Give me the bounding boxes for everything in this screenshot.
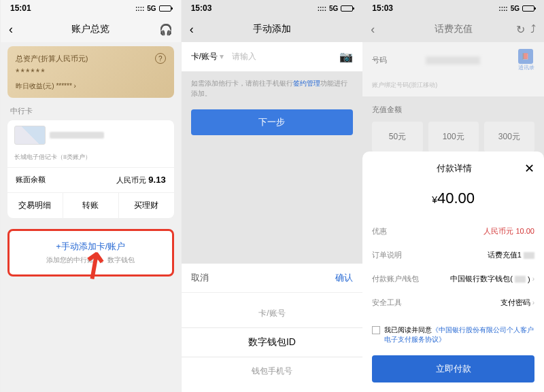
- contacts-icon[interactable]: 📕: [518, 49, 533, 64]
- transfer-button[interactable]: 转账: [63, 193, 118, 218]
- camera-icon[interactable]: 📷: [339, 50, 353, 63]
- network-label: 5G: [511, 5, 520, 12]
- input-label: 卡/账号 ▾: [191, 51, 232, 63]
- add-card-subtitle: 添加您的中行账户、数字钱包: [19, 255, 163, 265]
- back-button[interactable]: ‹: [9, 22, 36, 37]
- phone-label: 号码: [372, 55, 387, 65]
- card-actions: 交易明细 转账 买理财: [7, 192, 174, 218]
- bound-number-label: 账户绑定号码(浙江移动): [362, 78, 544, 96]
- signal-icon: ::::: [318, 5, 326, 12]
- tip-text: 如需添加他行卡，请前往手机银行签约管理功能进行添加。: [182, 71, 363, 105]
- network-label: 5G: [329, 5, 338, 12]
- amount-title: 充值金额: [372, 105, 534, 115]
- add-card-button[interactable]: +手动添加卡/账户 添加您的中行账户、数字钱包: [7, 229, 174, 277]
- status-right: :::: 5G: [318, 5, 354, 12]
- picker-option[interactable]: 钱包手机号: [182, 357, 363, 385]
- battery-icon: [522, 5, 534, 12]
- card-number-masked: [50, 132, 104, 139]
- support-button[interactable]: 🎧: [146, 23, 173, 36]
- payment-sheet: 付款详情 ✕ ¥40.00 优惠 人民币元 10.00 订单说明 话费充值1 付…: [362, 152, 544, 392]
- share-icon[interactable]: ⤴: [530, 23, 536, 35]
- chevron-right-icon: ›: [74, 82, 76, 90]
- battery-icon: [341, 5, 353, 12]
- headset-icon: 🎧: [159, 23, 173, 36]
- pay-now-button[interactable]: 立即付款: [372, 355, 534, 382]
- picker-cancel-button[interactable]: 取消: [191, 272, 209, 284]
- balance-label: 账面余额: [16, 175, 46, 185]
- discount-row[interactable]: 优惠 人民币元 10.00: [372, 219, 534, 243]
- phone-number-masked: [426, 56, 480, 65]
- chevron-left-icon: ‹: [9, 22, 13, 37]
- yesterday-earnings[interactable]: 昨日收益(元) ****** ›: [16, 82, 166, 91]
- agreement-row: 我已阅读并同意《中国银行股份有限公司个人客户电子支付服务协议》: [372, 315, 534, 351]
- status-right: :::: 5G: [135, 5, 171, 12]
- security-tool-row[interactable]: 安全工具 支付密码 ›: [372, 291, 534, 315]
- balance-value: 9.13: [148, 175, 165, 185]
- manual-add-screen: 15:03 :::: 5G ‹ 手动添加 卡/账号 ▾ 请输入 📷 如需添加他行…: [182, 0, 363, 392]
- picker-option[interactable]: 卡/账号: [182, 300, 363, 327]
- card-number-input[interactable]: 请输入: [232, 51, 340, 63]
- signal-icon: ::::: [498, 5, 507, 12]
- status-bar: 15:03 :::: 5G: [182, 0, 363, 16]
- nav-bar: ‹ 话费充值 ↻ ⤴: [362, 16, 544, 42]
- help-icon[interactable]: ?: [155, 53, 166, 64]
- recharge-screen: 15:03 :::: 5G ‹ 话费充值 ↻ ⤴ 号码 📕 通讯录 账户绑定号码…: [362, 0, 544, 392]
- payment-account-row[interactable]: 付款账户/钱包 中国银行数字钱包() ›: [372, 267, 534, 291]
- invest-button[interactable]: 买理财: [118, 193, 174, 218]
- amount-grid: 50元 100元 300元: [372, 122, 534, 152]
- back-button[interactable]: ‹: [371, 22, 398, 37]
- picker-option-selected[interactable]: 数字钱包ID: [182, 327, 363, 357]
- bank-card[interactable]: 长城电子借记卡（II类账户） 账面余额 人民币元 9.13 交易明细 转账 买理…: [7, 120, 174, 218]
- network-label: 5G: [147, 5, 156, 12]
- next-button[interactable]: 下一步: [191, 109, 354, 135]
- status-time: 15:03: [191, 3, 212, 13]
- payment-title: 付款详情: [384, 162, 524, 175]
- agreement-checkbox[interactable]: [372, 326, 380, 334]
- add-card-link: +手动添加卡/账户: [19, 240, 163, 253]
- balance-row: 账面余额 人民币元 9.13: [7, 167, 174, 192]
- page-title: 账户总览: [36, 23, 146, 35]
- amount-option-100[interactable]: 100元: [428, 122, 479, 152]
- nav-bar: ‹ 账户总览 🎧: [1, 16, 181, 42]
- status-bar: 15:03 :::: 5G: [362, 0, 544, 16]
- back-button[interactable]: ‹: [190, 22, 217, 37]
- account-overview-screen: 15:01 :::: 5G ‹ 账户总览 🎧 总资产(折算人民币元) ? ***…: [0, 0, 182, 392]
- refresh-icon[interactable]: ↻: [516, 23, 525, 36]
- signal-icon: ::::: [135, 5, 144, 12]
- assets-hidden-value: ******: [16, 67, 166, 77]
- signing-management-link[interactable]: 签约管理: [293, 79, 320, 87]
- total-assets-card[interactable]: 总资产(折算人民币元) ? ****** 昨日收益(元) ****** ›: [7, 46, 174, 98]
- picker-options[interactable]: 卡/账号 数字钱包ID 钱包手机号: [182, 293, 363, 392]
- transactions-button[interactable]: 交易明细: [7, 193, 63, 218]
- chevron-right-icon: ›: [532, 275, 534, 283]
- status-bar: 15:01 :::: 5G: [1, 0, 181, 16]
- status-right: :::: 5G: [498, 5, 534, 12]
- card-number-input-row[interactable]: 卡/账号 ▾ 请输入 📷: [182, 42, 363, 71]
- page-title: 话费充值: [398, 23, 509, 35]
- picker-confirm-button[interactable]: 确认: [335, 272, 353, 284]
- assets-label: 总资产(折算人民币元): [16, 54, 88, 64]
- chevron-left-icon: ‹: [190, 22, 194, 37]
- battery-icon: [159, 5, 171, 12]
- picker-sheet: 取消 确认 卡/账号 数字钱包ID 钱包手机号: [182, 264, 363, 392]
- contacts-label: 通讯录: [518, 64, 534, 71]
- status-time: 15:03: [372, 3, 393, 13]
- order-desc-row: 订单说明 话费充值1: [372, 243, 534, 267]
- close-button[interactable]: ✕: [524, 161, 534, 176]
- amount-option-300[interactable]: 300元: [484, 122, 534, 152]
- card-type-label: 长城电子借记卡（II类账户）: [7, 150, 174, 167]
- card-image: [14, 126, 46, 145]
- page-title: 手动添加: [217, 23, 328, 35]
- chevron-left-icon: ‹: [371, 22, 375, 37]
- phone-number-row[interactable]: 号码 📕 通讯录: [362, 42, 544, 78]
- payment-amount: ¥40.00: [372, 181, 534, 219]
- chevron-right-icon: ›: [532, 299, 534, 306]
- status-time: 15:01: [10, 3, 31, 13]
- section-label: 中行卡: [1, 102, 181, 120]
- nav-bar: ‹ 手动添加: [182, 16, 363, 42]
- amount-option-50[interactable]: 50元: [372, 122, 422, 152]
